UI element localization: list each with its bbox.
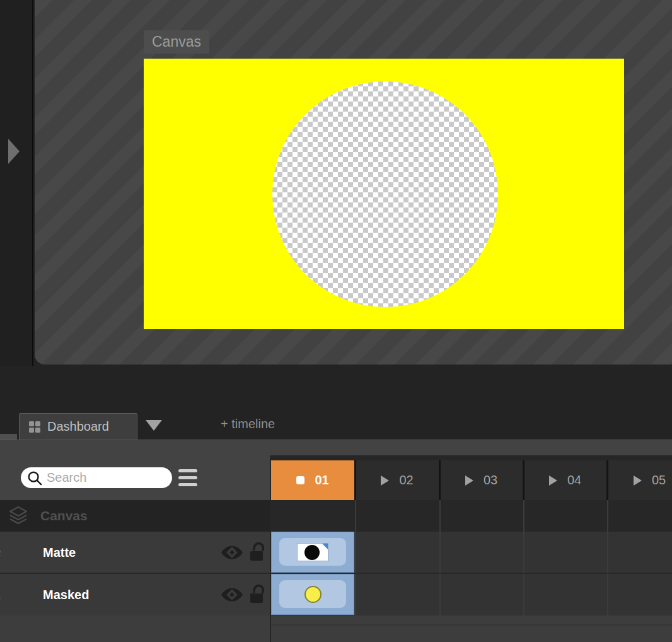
keyframe-cell-matte-frame01[interactable]: [271, 532, 354, 573]
frame-number: 03: [484, 473, 497, 487]
layer-number: 2: [0, 547, 1, 557]
group-row-timeline-cells[interactable]: [271, 500, 672, 532]
play-icon: [634, 476, 642, 486]
column-separator: [354, 460, 356, 500]
layer-number: 1: [0, 590, 1, 600]
panel-left-notch: [0, 434, 17, 440]
canvas-floating-label: Canvas: [144, 30, 209, 54]
frame-number: 02: [399, 473, 413, 487]
frame-header-03[interactable]: 03: [440, 460, 523, 500]
frame-number: 01: [315, 473, 328, 487]
play-icon: [465, 476, 473, 486]
grid-column-line: [607, 500, 608, 616]
grid-column-line: [523, 500, 524, 616]
play-icon: [549, 476, 557, 486]
keyframe-cell-masked-frame01[interactable]: [271, 574, 354, 615]
thumbnail-corner-badge: [322, 544, 328, 549]
visibility-eye-icon[interactable]: [221, 587, 243, 602]
stop-icon: [296, 476, 304, 484]
add-timeline-button[interactable]: + timeline: [221, 417, 275, 431]
unlocked-padlock-icon[interactable]: [248, 585, 265, 605]
frame-header-top-strip: [270, 455, 672, 460]
keyframe-thumbnail: [279, 580, 346, 608]
dashboard-tab-label: Dashboard: [47, 419, 109, 434]
column-separator: [523, 460, 524, 500]
frame-number: 04: [567, 473, 581, 487]
frame-header-04[interactable]: 04: [524, 460, 606, 500]
layer-options-menu-icon[interactable]: [178, 469, 197, 486]
layer-group-row-canvas[interactable]: Canvas: [0, 500, 270, 532]
sidebar-expand-arrow-icon[interactable]: [8, 139, 20, 164]
tab-dashboard[interactable]: Dashboard: [19, 413, 137, 440]
layer-search-field[interactable]: [21, 467, 172, 488]
group-row-name: Canvas: [40, 508, 88, 523]
masked-yellow-circle: [304, 586, 322, 603]
grid-column-line: [439, 500, 441, 616]
frame-header-05[interactable]: 05: [608, 460, 672, 500]
faint-row-line: [271, 624, 672, 626]
search-icon: [27, 470, 42, 486]
play-icon: [381, 476, 389, 486]
matte-thumbnail-rect: [297, 543, 328, 561]
visibility-eye-icon[interactable]: [221, 545, 243, 560]
dashboard-grid-icon: [29, 421, 40, 433]
keyframe-thumbnail: [279, 538, 346, 566]
timeline-dropdown-caret-icon[interactable]: [146, 420, 162, 431]
animation-app-window: Canvas Dashboard + timeline 01 02 03 04: [0, 0, 672, 642]
search-input[interactable]: [42, 470, 156, 485]
label-column-divider: [270, 616, 271, 642]
left-sidebar: [0, 0, 33, 366]
transparency-mask-hole: [272, 81, 498, 307]
frame-header-02[interactable]: 02: [356, 460, 439, 500]
layer-name: Masked: [43, 588, 89, 602]
layer-name: Matte: [43, 545, 76, 559]
column-separator: [606, 460, 608, 500]
layer-row-matte[interactable]: 2 Matte: [0, 532, 270, 573]
column-separator: [439, 460, 441, 500]
matte-black-circle: [304, 545, 320, 560]
frame-number: 05: [652, 473, 666, 487]
layer-row-masked[interactable]: 1 Masked: [0, 574, 270, 616]
stage-canvas[interactable]: [144, 59, 624, 329]
timeline-empty-area: [0, 616, 672, 642]
grid-column-line: [355, 500, 356, 616]
frame-header-01[interactable]: 01: [271, 460, 354, 500]
unlocked-padlock-icon[interactable]: [248, 542, 265, 563]
layers-stack-icon: [8, 505, 28, 528]
